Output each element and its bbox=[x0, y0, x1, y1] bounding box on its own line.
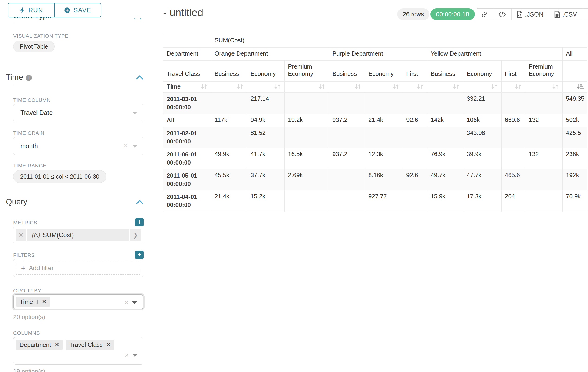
sort-icon[interactable] bbox=[491, 84, 498, 90]
sort-icon[interactable] bbox=[392, 84, 399, 90]
time-column-label: TIME COLUMN bbox=[13, 97, 51, 103]
row-count-badge: 26 rows bbox=[397, 8, 430, 20]
remove-chip-icon[interactable]: ✕ bbox=[106, 342, 111, 348]
pivot-value-cell bbox=[403, 127, 427, 148]
pivot-value-cell: 927.77 bbox=[365, 191, 403, 212]
time-range-label: TIME RANGE bbox=[13, 163, 46, 169]
chart-title[interactable]: - untitled bbox=[163, 7, 203, 19]
table-row: 2011-02-01 00:00:00 81.52 343.98 425.5 bbox=[163, 127, 587, 148]
panel-drag-dots bbox=[134, 18, 141, 19]
travel-class-header: Premium Economy bbox=[525, 60, 563, 81]
pivot-value-cell bbox=[329, 92, 365, 114]
divider bbox=[13, 23, 143, 23]
pivot-corner-cell bbox=[163, 34, 211, 47]
save-button[interactable]: SAVE bbox=[54, 3, 101, 17]
visualization-type-chip[interactable]: Pivot Table bbox=[13, 41, 55, 52]
sort-icon[interactable] bbox=[552, 84, 559, 90]
remove-chip-icon[interactable]: ✕ bbox=[55, 342, 59, 348]
travel-class-header: Economy bbox=[365, 60, 403, 81]
sort-icon[interactable] bbox=[318, 84, 326, 90]
pivot-value-cell: 37.7k bbox=[247, 169, 285, 191]
travel-class-header-row: Travel Class Business Economy Premium Ec… bbox=[163, 60, 587, 81]
column-info-icon[interactable]: i bbox=[37, 299, 38, 305]
group-by-select[interactable]: Time i ✕ × bbox=[13, 294, 143, 309]
remove-chip-icon[interactable]: ✕ bbox=[42, 299, 46, 305]
pivot-value-cell: 2.69k bbox=[285, 169, 329, 191]
add-filter-button[interactable]: + Add filter bbox=[16, 262, 141, 275]
pivot-value-cell: 76.9k bbox=[427, 148, 463, 169]
download-json-button[interactable]: .JSON bbox=[511, 9, 549, 20]
time-column-select[interactable]: Travel Date bbox=[13, 104, 143, 121]
chevron-down-icon bbox=[133, 112, 137, 115]
run-save-button-group: RUN SAVE bbox=[8, 3, 101, 17]
copy-link-button[interactable] bbox=[476, 9, 493, 20]
columns-label: COLUMNS bbox=[13, 330, 40, 336]
collapse-time-chevron-up-icon[interactable] bbox=[136, 74, 143, 80]
function-icon: ƒ(x) bbox=[31, 232, 40, 238]
columns-chip-department[interactable]: Department ✕ bbox=[16, 340, 63, 350]
divider bbox=[13, 84, 143, 85]
divider bbox=[13, 209, 143, 210]
travel-class-header: First bbox=[403, 60, 427, 81]
pivot-value-cell: 204 bbox=[502, 191, 525, 212]
sort-icon[interactable] bbox=[200, 84, 208, 90]
pivot-value-cell bbox=[365, 92, 403, 114]
sort-icon[interactable] bbox=[236, 84, 244, 90]
run-button[interactable]: RUN bbox=[8, 3, 54, 17]
plus-circle-icon bbox=[64, 7, 70, 13]
pivot-time-cell: 2011-02-01 00:00:00 bbox=[163, 127, 211, 148]
sort-icon[interactable] bbox=[354, 84, 362, 90]
group-by-label: GROUP BY bbox=[13, 288, 41, 294]
time-grain-value: month bbox=[21, 142, 38, 150]
sort-icon[interactable] bbox=[274, 84, 281, 90]
metric-name: SUM(Cost) bbox=[43, 232, 74, 239]
columns-select[interactable]: Department ✕ Travel Class ✕ × bbox=[13, 337, 143, 365]
pivot-value-cell bbox=[525, 127, 563, 148]
clear-all-icon[interactable]: × bbox=[125, 351, 129, 359]
pivot-value-cell bbox=[525, 92, 563, 114]
time-range-chip[interactable]: 2011-01-01 ≤ col < 2011-06-30 bbox=[13, 170, 106, 183]
metric-pill[interactable]: ✕ ƒ(x) SUM(Cost) ❯ bbox=[16, 229, 141, 241]
travel-class-header: First bbox=[502, 60, 525, 81]
clear-icon[interactable]: × bbox=[124, 142, 128, 149]
columns-chip-travel-class[interactable]: Travel Class ✕ bbox=[65, 340, 114, 350]
pivot-value-cell bbox=[525, 169, 563, 191]
pivot-value-cell bbox=[502, 148, 525, 169]
more-options-button[interactable] bbox=[582, 9, 588, 20]
remove-metric-icon[interactable]: ✕ bbox=[16, 229, 27, 241]
csv-file-icon bbox=[554, 11, 560, 18]
info-icon[interactable]: i bbox=[26, 75, 32, 81]
pivot-value-cell: 669.6 bbox=[502, 114, 525, 127]
expand-metric-chevron-right-icon[interactable]: ❯ bbox=[129, 229, 141, 241]
department-axis-label: Department bbox=[163, 47, 211, 60]
json-file-icon bbox=[517, 11, 523, 18]
sort-icon[interactable] bbox=[514, 84, 522, 90]
pivot-time-cell: 2011-06-01 00:00:00 bbox=[163, 148, 211, 169]
add-filter-plus-button[interactable]: + bbox=[135, 251, 144, 259]
group-by-chip-time[interactable]: Time i ✕ bbox=[16, 297, 50, 307]
pivot-value-cell: 465.6 bbox=[502, 169, 525, 191]
csv-button-label: .CSV bbox=[562, 11, 577, 18]
pivot-value-cell: 70.9k bbox=[563, 191, 587, 212]
download-csv-button[interactable]: .CSV bbox=[549, 9, 582, 20]
add-metric-button[interactable]: + bbox=[135, 218, 144, 226]
pivot-value-cell: 45.5k bbox=[211, 169, 247, 191]
metric-header-row: SUM(Cost) bbox=[163, 34, 587, 47]
clear-all-icon[interactable]: × bbox=[124, 298, 128, 307]
sort-icon[interactable] bbox=[452, 84, 460, 90]
pivot-value-cell bbox=[427, 92, 463, 114]
sort-descending-active-icon[interactable] bbox=[576, 84, 584, 90]
pivot-value-cell bbox=[502, 92, 525, 114]
time-grain-select[interactable]: month × bbox=[13, 137, 143, 155]
view-query-button[interactable] bbox=[493, 9, 511, 20]
travel-class-header: Business bbox=[329, 60, 365, 81]
run-button-label: RUN bbox=[28, 7, 43, 14]
department-group-header: All bbox=[563, 47, 587, 60]
sort-icon[interactable] bbox=[417, 84, 424, 90]
pivot-value-cell: 92.6 bbox=[403, 114, 427, 127]
collapse-query-chevron-up-icon[interactable] bbox=[136, 199, 143, 205]
pivot-time-cell: 2011-04-01 00:00:00 bbox=[163, 191, 211, 212]
code-icon bbox=[498, 11, 506, 17]
pivot-time-cell: All bbox=[163, 114, 211, 127]
pivot-value-cell bbox=[403, 92, 427, 114]
